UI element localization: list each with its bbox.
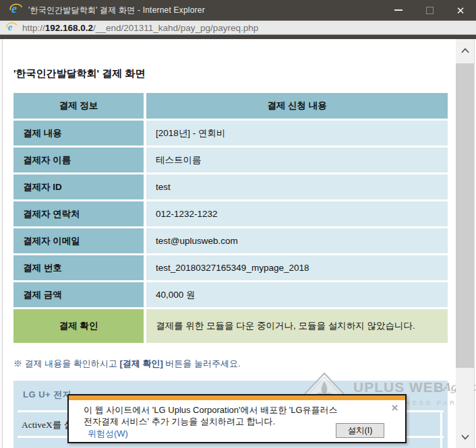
risk-link[interactable]: 위험성(W) — [88, 428, 128, 440]
chevron-up-icon — [461, 48, 469, 53]
window-title: '한국인간발달학회' 결제 화면 - Internet Explorer — [28, 5, 205, 16]
url-path: /__end/201311_kahd/pay_pg/payreq.php — [93, 23, 258, 33]
table-row: 결제자 이름 테스트이름 — [13, 148, 448, 172]
row-value: [2018년] - 연회비 — [146, 121, 448, 146]
scrollbar-thumb[interactable] — [456, 63, 474, 368]
title-bar: e '한국인간발달학회' 결제 화면 - Internet Explorer ✕ — [0, 0, 476, 20]
row-label: 결제 번호 — [13, 255, 144, 280]
row-value: test — [146, 174, 448, 199]
confirm-label: 결제 확인 — [13, 309, 144, 343]
window-right-border — [474, 39, 475, 448]
row-label: 결제자 연락처 — [13, 201, 144, 226]
row-value: 012-1232-1232 — [146, 201, 448, 226]
scroll-down-button[interactable] — [456, 426, 474, 448]
activex-text: ActiveX를 설 — [22, 419, 73, 431]
table-row: 결제자 연락처 012-1232-1232 — [13, 201, 448, 226]
table-row: 결제자 이메일 test@uplusweb.com — [13, 228, 448, 253]
minimize-icon — [394, 9, 403, 11]
row-label: 결제 내용 — [13, 121, 144, 146]
ie-logo-icon: e — [9, 2, 23, 18]
install-button[interactable]: 설치(I) — [336, 423, 384, 438]
row-label: 결제자 이름 — [13, 148, 144, 172]
row-label: 결제자 ID — [13, 174, 144, 199]
chevron-down-icon — [461, 435, 469, 440]
row-value: test@uplusweb.com — [146, 228, 448, 253]
close-icon: ✕ — [456, 5, 465, 15]
address-bar[interactable]: e http://192.168.0.2/__end/201311_kahd/p… — [0, 20, 476, 35]
row-label: 결제자 이메일 — [13, 228, 144, 253]
scroll-up-button[interactable] — [456, 39, 474, 62]
url-domain: 192.168.0.2 — [45, 23, 93, 33]
close-button[interactable]: ✕ — [445, 0, 476, 20]
row-value: 테스트이름 — [146, 148, 448, 172]
ie-window: e '한국인간발달학회' 결제 화면 - Internet Explorer ✕… — [0, 0, 476, 448]
pg-box-heading: LG U+ 전자 — [23, 389, 71, 401]
page-title: '한국인간발달학회' 결제 화면 — [13, 67, 145, 80]
table-row: 결제자 ID test — [13, 174, 448, 199]
table-header-label: 결제 정보 — [13, 93, 144, 119]
dialog-close-icon[interactable]: ✕ — [391, 403, 398, 413]
dialog-accent-bar — [69, 395, 405, 400]
table-header-row: 결제 정보 결제 신청 내용 — [13, 93, 448, 119]
table-row: 결제 금액 40,000 원 — [13, 282, 448, 307]
url-protocol: http:// — [22, 23, 45, 33]
table-header-value: 결제 신청 내용 — [146, 93, 448, 119]
row-value: test_20180327165349_mypage_2018 — [146, 255, 448, 280]
instruction-note: ※ 결제 내용을 확인하시고 [결제 확인] 버튼을 눌러주세요. — [13, 358, 241, 370]
minimize-button[interactable] — [383, 0, 414, 20]
table-row: 결제 번호 test_20180327165349_mypage_2018 — [13, 255, 448, 280]
confirm-status-message: 결제를 위한 모듈을 다운 중이거나, 모듈을 설치하지 않았습니다. — [146, 309, 448, 343]
maximize-icon — [426, 7, 434, 14]
vertical-scrollbar[interactable] — [456, 39, 474, 448]
window-left-border — [2, 39, 3, 448]
maximize-button[interactable] — [414, 0, 445, 20]
table-row: 결제 내용 [2018년] - 연회비 — [13, 121, 448, 146]
payment-table: 결제 정보 결제 신청 내용 결제 내용 [2018년] - 연회비 결제자 이… — [13, 93, 448, 343]
confirm-row: 결제 확인 결제를 위한 모듈을 다운 중이거나, 모듈을 설치하지 않았습니다… — [13, 309, 448, 343]
row-value: 40,000 원 — [146, 282, 448, 307]
activex-install-dialog: 이 웹 사이트에서 'LG Uplus Corporation'에서 배포한 '… — [67, 394, 407, 443]
row-label: 결제 금액 — [13, 282, 144, 307]
ie-page-icon: e — [6, 21, 18, 35]
install-message: 이 웹 사이트에서 'LG Uplus Corporation'에서 배포한 '… — [84, 404, 341, 427]
divider — [440, 410, 442, 448]
url-field[interactable]: http://192.168.0.2/__end/201311_kahd/pay… — [22, 23, 258, 33]
